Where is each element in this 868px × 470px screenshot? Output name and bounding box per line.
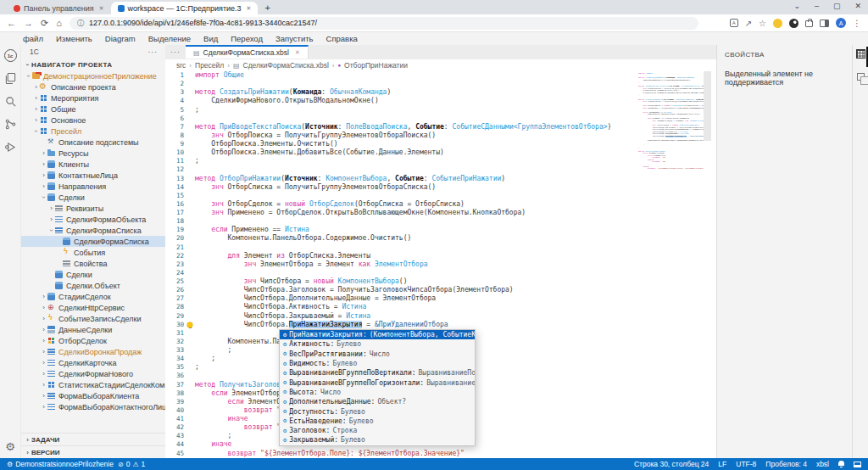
tree-item[interactable]: ›СделкиФормаОбъекта [21, 214, 165, 225]
tree-item[interactable]: ›СделкиКарточка [21, 357, 165, 368]
tree-item[interactable]: Описание подсистемы [21, 137, 165, 148]
extensions-puzzle-icon[interactable] [805, 20, 813, 27]
tree-item[interactable]: ›Мероприятия [21, 92, 165, 104]
tree-item[interactable]: ›Общие [21, 104, 165, 115]
back-icon[interactable]: ← [7, 18, 16, 28]
tree-item[interactable]: ›Пресейл [21, 126, 165, 137]
tree-item[interactable]: СделкиФормаСписка [21, 236, 165, 247]
section-versions[interactable]: › ВЕРСИИ [21, 445, 165, 458]
browser-tab[interactable]: Панель управления✕ [7, 2, 111, 14]
autocomplete-item[interactable]: ⚙Видимость: Булево [280, 359, 475, 368]
layout-icon[interactable] [854, 462, 861, 467]
tab-close-icon[interactable]: ✕ [247, 5, 252, 12]
breadcrumb-item[interactable]: СделкиФормаСписка.xbsl [243, 61, 329, 70]
tree-item[interactable]: Свойства [21, 258, 165, 269]
tree-item[interactable]: ›СделкиHttpСервис [21, 302, 165, 313]
autocomplete-item[interactable]: ⚙ВесПриРастягивании: Число [280, 350, 475, 359]
autocomplete-item[interactable]: ⚙ВыравниваниеВГруппеПоГоризонтали: Вырав… [280, 378, 475, 387]
menu-item[interactable]: файл [23, 34, 43, 43]
run-debug-icon[interactable] [3, 139, 19, 155]
tree-item[interactable]: Сделки [21, 269, 165, 280]
notifications-bell-icon[interactable] [838, 461, 844, 467]
lightbulb-icon[interactable] [187, 322, 192, 327]
tree-item[interactable]: ›Клиенты [21, 159, 165, 170]
tree-item[interactable]: ›ДанныеСделки [21, 324, 165, 335]
tree-item[interactable]: Сделки.Объект [21, 280, 165, 291]
indent-indicator[interactable]: Пробелов: 4 [765, 460, 807, 468]
settings-gear-icon[interactable]: ⚙ [5, 440, 15, 453]
autocomplete-item[interactable]: ⚙ПриНажатииЗакрытия: (КомпонентВыбора, С… [280, 330, 475, 339]
side-panel-icon[interactable] [820, 20, 829, 27]
tree-item[interactable]: ›СделкиФормаСписка [21, 225, 165, 236]
language-indicator[interactable]: xbsl [816, 460, 829, 468]
tab-close-icon[interactable]: ✕ [295, 49, 300, 56]
tab-overflow-icon[interactable]: ··· [165, 45, 186, 59]
tree-item[interactable]: ›ОтборСделок [21, 335, 165, 346]
components-icon[interactable] [857, 73, 865, 81]
tree-item[interactable]: ›Основное [21, 115, 165, 126]
tree-item[interactable]: ›ДемонстрационноеПриложение [21, 70, 165, 81]
menu-item[interactable]: Переход [231, 34, 263, 43]
translate-icon[interactable]: A [730, 19, 738, 27]
breadcrumb-item[interactable]: src [176, 61, 186, 70]
tree-item[interactable]: ›Направления [21, 181, 165, 192]
extension-icon-2[interactable] [789, 19, 798, 28]
editor-tab-active[interactable]: ▤ СделкиФормаСписка.xbsl ✕ [186, 45, 309, 59]
minimize-icon[interactable]: – [815, 2, 819, 10]
menu-item[interactable]: Справка [326, 34, 358, 43]
tree-item[interactable]: ›СобытиеЗаписьСделки [21, 313, 165, 324]
tree-item[interactable]: События [21, 247, 165, 258]
menu-item[interactable]: Diagram [105, 34, 136, 43]
project-status[interactable]: ⚙ DemonstratsionnoePrilozhenie [7, 460, 114, 468]
autocomplete-item[interactable]: ⚙Активность: Булево [280, 339, 475, 349]
autocomplete-item[interactable]: ⚙Высота: Число [280, 388, 475, 397]
browser-tab[interactable]: workspace — 1С:Предприятие.3✕ [111, 2, 259, 14]
profile-avatar[interactable]: A [836, 18, 846, 28]
problems-status[interactable]: ⊘ 0 ⚠ 1 [118, 460, 145, 468]
source-control-icon[interactable] [3, 116, 19, 132]
tree-item[interactable]: ›Реквизиты [21, 203, 165, 214]
minimap[interactable]: импорт Общиеметод СоздатьПриНажатии(Кома… [638, 73, 704, 171]
autocomplete-item[interactable]: ⚙ЕстьНаведение: Булево [280, 417, 475, 426]
sidebar-more-icon[interactable]: ··· [148, 48, 159, 56]
tree-item[interactable]: ›КонтактныеЛица [21, 170, 165, 181]
share-icon[interactable]: ↗ [745, 19, 752, 28]
tab-search-icon[interactable]: ⌄ [793, 2, 800, 10]
tree-item[interactable]: ›Сделки [21, 192, 165, 203]
tree-item[interactable]: ›ФормаВыбораКонтактногоЛица [21, 401, 165, 412]
breadcrumb-item[interactable]: Пресейл [195, 61, 224, 70]
explorer-icon[interactable] [3, 70, 19, 87]
search-icon[interactable] [3, 93, 19, 109]
section-tasks[interactable]: › ЗАДАЧИ [21, 433, 165, 445]
tree-item[interactable]: ›Описание проекта [21, 81, 165, 92]
bookmark-star-icon[interactable]: ☆ [759, 19, 766, 28]
autocomplete-item[interactable]: ⚙Доступность: Булево [280, 406, 475, 416]
logo-1c-icon[interactable]: 1c [3, 48, 19, 64]
menu-item[interactable]: Вид [203, 34, 218, 43]
autocomplete-item[interactable]: ⚙Заголовок: Строка [280, 426, 475, 435]
new-tab-button[interactable]: + [264, 3, 270, 13]
breadcrumb-item[interactable]: ОтборПриНажатии [344, 61, 408, 70]
tree-item[interactable]: ›СделкиВоронкаПродаж [21, 346, 165, 357]
eol-indicator[interactable]: LF [718, 460, 726, 468]
reload-icon[interactable]: ⟳ [41, 18, 48, 29]
tree-item[interactable]: ›СтатистикаСтадииСделокКомпонент [21, 379, 165, 390]
maximize-icon[interactable]: ▢ [833, 2, 841, 10]
extension-icon-1[interactable] [773, 19, 782, 28]
section-project-navigator[interactable]: › НАВИГАТОР ПРОЕКТА [21, 59, 165, 70]
forward-icon[interactable]: → [24, 18, 33, 28]
menu-item[interactable]: Изменить [56, 34, 92, 43]
autocomplete-item[interactable]: ⚙ВыравниваниеВГруппеПоВертикали: Выравни… [280, 368, 475, 378]
address-bar[interactable]: ⓘ 127.0.0.1:9090/ide/api/v1/246ef8fe-7f0… [70, 17, 698, 30]
close-icon[interactable]: ✕ [854, 2, 861, 10]
editor-scrollbar[interactable] [704, 71, 711, 141]
home-icon[interactable]: ⌂ [56, 18, 62, 28]
tree-item[interactable]: ›СтадииСделок [21, 291, 165, 302]
menu-item[interactable]: Выделение [148, 34, 191, 43]
autocomplete-item[interactable]: ⚙Закрываемый: Булево [280, 435, 475, 445]
tab-close-icon[interactable]: ✕ [99, 5, 104, 12]
encoding-indicator[interactable]: UTF-8 [736, 460, 756, 468]
properties-table-icon[interactable] [856, 49, 865, 59]
browser-menu-icon[interactable]: ⋮ [853, 19, 861, 28]
cursor-position[interactable]: Строка 30, столбец 24 [634, 460, 709, 468]
